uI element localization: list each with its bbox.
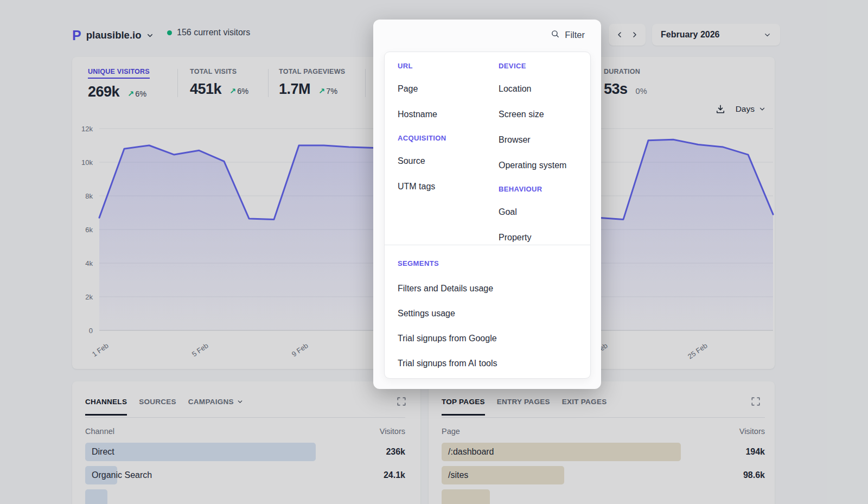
filter-option-browser[interactable]: Browser — [499, 134, 588, 146]
filter-group-title-behaviour: BEHAVIOUR — [499, 185, 588, 193]
segment-settings-usage[interactable]: Settings usage — [398, 308, 577, 320]
filter-group-title-url: URL — [398, 62, 490, 70]
segment-trial-signups-from-google[interactable]: Trial signups from Google — [398, 333, 577, 344]
filter-option-operating-system[interactable]: Operating system — [499, 160, 588, 171]
filter-group-title-device: DEVICE — [499, 62, 588, 70]
filter-modal: Filter URL Page Hostname ACQUISITION Sou… — [373, 20, 601, 389]
search-icon — [551, 29, 560, 41]
divider — [385, 245, 590, 245]
filter-option-property[interactable]: Property — [499, 232, 588, 244]
filter-option-hostname[interactable]: Hostname — [398, 109, 490, 120]
plausible-dashboard: P plausible.io 156 current visitors Febr… — [0, 0, 868, 504]
filter-panel: URL Page Hostname ACQUISITION Source UTM… — [384, 52, 591, 379]
segment-filters-and-details-usage[interactable]: Filters and Details usage — [398, 283, 577, 295]
filter-option-location[interactable]: Location — [499, 83, 588, 95]
segment-trial-signups-from-ai-tools[interactable]: Trial signups from AI tools — [398, 358, 577, 369]
filter-group-title-segments: SEGMENTS — [398, 259, 577, 267]
filter-option-source[interactable]: Source — [398, 155, 490, 167]
filter-search[interactable]: Filter — [551, 29, 585, 41]
filter-option-goal[interactable]: Goal — [499, 206, 588, 218]
filter-group-title-acquisition: ACQUISITION — [398, 134, 490, 142]
filter-option-screen-size[interactable]: Screen size — [499, 109, 588, 120]
filter-option-utm-tags[interactable]: UTM tags — [398, 181, 490, 193]
filter-option-page[interactable]: Page — [398, 83, 490, 95]
filter-search-placeholder: Filter — [565, 30, 585, 40]
